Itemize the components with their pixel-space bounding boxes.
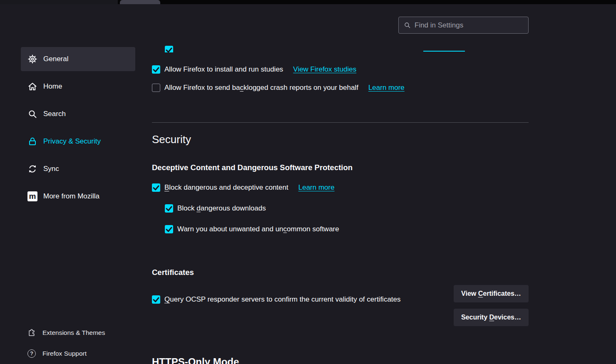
- question-icon: ?: [27, 349, 36, 358]
- sidebar-item-more-from-mozilla[interactable]: m More from Mozilla: [21, 184, 135, 208]
- label-accesskey: d: [196, 204, 200, 212]
- certificates-heading: Certificates: [152, 268, 194, 277]
- sidebar-item-label: Sync: [43, 165, 59, 173]
- home-icon: [27, 82, 37, 92]
- gear-icon: [27, 54, 37, 64]
- warn-software-checkbox[interactable]: [165, 225, 173, 233]
- label-post: angerous downloads: [201, 204, 266, 212]
- checkbox-row-ocsp: Query OCSP responder servers to confirm …: [152, 285, 418, 314]
- sidebar-item-label: Home: [43, 82, 62, 91]
- label-post: uery OCSP responder servers to confirm t…: [170, 295, 400, 303]
- sidebar-item-general[interactable]: General: [21, 47, 135, 71]
- label-accesskey: c: [240, 84, 243, 92]
- settings-content: Allow Firefox to install and run studies…: [152, 0, 529, 364]
- block-downloads-checkbox[interactable]: [165, 204, 173, 213]
- label-accesskey: c: [283, 225, 287, 233]
- label-post: lock dangerous and deceptive content: [169, 183, 288, 191]
- sidebar-item-label: Search: [43, 110, 66, 118]
- mozilla-icon: m: [27, 191, 37, 201]
- mozilla-logo-glyph: m: [27, 191, 37, 201]
- checkbox-row-warn-software: Warn you about unwanted and uncommon sof…: [165, 220, 529, 238]
- sync-icon: [27, 164, 37, 174]
- label-pre: Warn you about unwanted and un: [177, 225, 283, 233]
- checkbox-row-studies: Allow Firefox to install and run studies…: [152, 61, 529, 78]
- search-icon: [27, 109, 37, 119]
- label-pre: Security: [461, 314, 489, 321]
- label-accesskey: Q: [164, 295, 170, 303]
- label-pre: Allow Firefox to send ba: [164, 84, 240, 92]
- learn-more-link[interactable]: Learn more: [298, 183, 335, 192]
- checkbox-row-block-deceptive: Block dangerous and deceptive content Le…: [152, 179, 529, 196]
- label-accesskey: B: [164, 183, 169, 191]
- tab-strip-left-region: [0, 0, 118, 4]
- label-pre: Block: [177, 204, 196, 212]
- checkbox-row-block-downloads: Block dangerous downloads: [165, 200, 529, 217]
- sidebar-footer: Extensions & Themes ? Firefox Support: [21, 324, 135, 364]
- sidebar-item-home[interactable]: Home: [21, 74, 135, 99]
- crash-reports-checkbox[interactable]: [152, 84, 160, 92]
- label-accesskey: D: [489, 314, 494, 321]
- sidebar-item-label: General: [43, 55, 68, 63]
- https-only-mode-heading: HTTPS-Only Mode: [152, 356, 239, 364]
- view-certificates-button[interactable]: View Certificates…: [454, 285, 529, 302]
- sidebar-item-label: Extensions & Themes: [42, 329, 105, 337]
- label-post: ertificates…: [483, 290, 521, 297]
- block-deceptive-checkbox[interactable]: [152, 183, 160, 192]
- block-downloads-label: Block dangerous downloads: [177, 204, 266, 213]
- deceptive-content-heading: Deceptive Content and Dangerous Software…: [152, 163, 353, 172]
- warn-software-label: Warn you about unwanted and uncommon sof…: [177, 225, 339, 233]
- lock-icon: [27, 136, 37, 146]
- view-firefox-studies-link[interactable]: View Firefox studies: [293, 65, 356, 74]
- clipped-checkbox[interactable]: [165, 46, 173, 52]
- question-glyph: ?: [27, 349, 36, 358]
- settings-sidebar: General Home Search Privacy & Security: [21, 47, 135, 212]
- learn-more-link[interactable]: Learn more: [368, 84, 405, 92]
- label-accesskey: C: [478, 290, 483, 297]
- studies-checkbox[interactable]: [152, 65, 160, 74]
- sidebar-item-label: More from Mozilla: [43, 192, 99, 201]
- sidebar-item-privacy-security[interactable]: Privacy & Security: [21, 129, 135, 154]
- studies-label: Allow Firefox to install and run studies: [164, 65, 283, 74]
- ocsp-checkbox[interactable]: [152, 295, 160, 304]
- label-post: ommon software: [287, 225, 339, 233]
- sidebar-item-label: Privacy & Security: [43, 137, 101, 146]
- puzzle-icon: [27, 329, 36, 337]
- label-post: evices…: [494, 314, 521, 321]
- sidebar-item-extensions-themes[interactable]: Extensions & Themes: [21, 324, 135, 342]
- clipped-link-underline[interactable]: [423, 51, 465, 52]
- security-section-title: Security: [152, 133, 191, 146]
- ocsp-label: Query OCSP responder servers to confirm …: [164, 292, 401, 307]
- crash-reports-label: Allow Firefox to send backlogged crash r…: [164, 84, 358, 92]
- security-devices-button[interactable]: Security Devices…: [454, 309, 529, 326]
- certificates-buttons: View Certificates… Security Devices…: [454, 285, 529, 326]
- block-deceptive-label: Block dangerous and deceptive content: [164, 183, 288, 192]
- section-divider: [152, 122, 529, 123]
- sidebar-item-firefox-support[interactable]: ? Firefox Support: [21, 345, 135, 362]
- label-pre: View: [461, 290, 478, 297]
- checkbox-row-crash-reports: Allow Firefox to send backlogged crash r…: [152, 79, 529, 97]
- sidebar-item-label: Firefox Support: [42, 350, 87, 357]
- sidebar-item-search[interactable]: Search: [21, 102, 135, 126]
- sidebar-item-sync[interactable]: Sync: [21, 157, 135, 181]
- label-post: klogged crash reports on your behalf: [243, 84, 358, 92]
- clipped-row: [152, 42, 529, 52]
- label-pre: Allow Firefox to install and run studies: [164, 65, 283, 73]
